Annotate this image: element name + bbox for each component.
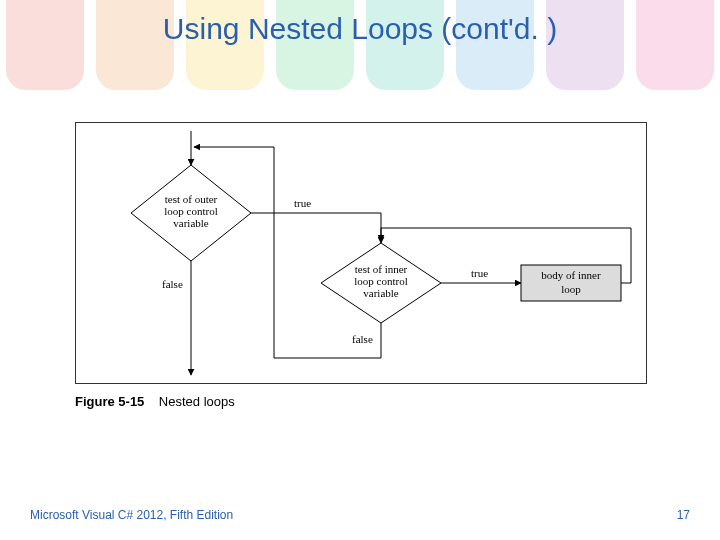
inner-diamond-text-2: loop control — [354, 275, 407, 287]
figure-caption-text: Nested loops — [159, 394, 235, 409]
outer-diamond-text-3: variable — [173, 217, 209, 229]
inner-diamond-text-3: variable — [363, 287, 399, 299]
outer-diamond-text-2: loop control — [164, 205, 217, 217]
label-true-inner: true — [471, 267, 488, 279]
figure-number: Figure 5-15 — [75, 394, 144, 409]
nested-loops-flowchart: test of outer loop control variable true… — [76, 123, 646, 383]
body-box-text-1: body of inner — [541, 269, 601, 281]
outer-diamond-text-1: test of outer — [165, 193, 218, 205]
label-false-inner: false — [352, 333, 373, 345]
body-box-text-2: loop — [561, 283, 581, 295]
label-false-outer: false — [162, 278, 183, 290]
label-true-outer: true — [294, 197, 311, 209]
figure-caption: Figure 5-15 Nested loops — [75, 394, 235, 409]
slide-title: Using Nested Loops (cont'd. ) — [0, 12, 720, 46]
figure-frame: test of outer loop control variable true… — [75, 122, 647, 384]
inner-diamond-text-1: test of inner — [355, 263, 408, 275]
footer-page-number: 17 — [677, 508, 690, 522]
footer-left: Microsoft Visual C# 2012, Fifth Edition — [30, 508, 233, 522]
